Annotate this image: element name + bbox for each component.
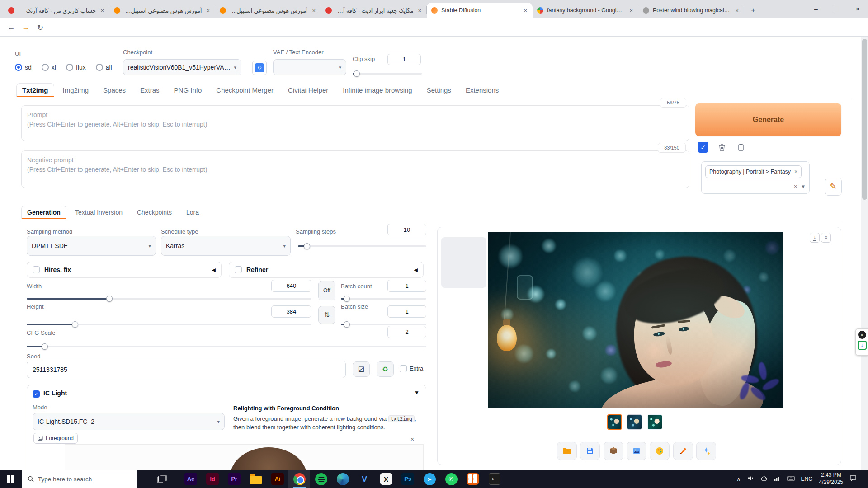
taskbar-app-file-explorer[interactable] [245,470,267,488]
collapse-left-icon[interactable]: ◀ [414,267,418,273]
tab-checkpoints[interactable]: Checkpoints [131,206,178,219]
send-to-sketch-button[interactable] [673,442,693,460]
page-scrollbar[interactable] [861,37,868,470]
browser-tab[interactable]: Poster wind blowing magical d...× [638,3,744,18]
onedrive-icon[interactable] [760,475,768,483]
styles-clear-icon[interactable]: × [794,183,797,190]
tab-close-icon[interactable]: × [205,7,211,14]
taskbar-app-premiere[interactable]: Pr [223,470,245,488]
send-to-inpaint-button[interactable] [650,442,670,460]
negative-prompt-textarea[interactable]: Negative prompt (Press Ctrl+Enter to gen… [21,150,689,188]
gallery-thumbnail-1[interactable] [607,414,622,430]
styles-expand-icon[interactable]: ▾ [802,183,805,190]
foreground-close-icon[interactable]: × [410,436,414,443]
tab-lora[interactable]: Lora [180,206,205,219]
widget-close-icon[interactable]: × [858,331,866,339]
generated-image-preview[interactable] [488,232,783,408]
style-token-remove-icon[interactable]: × [794,169,797,175]
taskbar-app-terminal[interactable]: >_ [484,470,505,488]
send-to-img2img-button[interactable] [627,442,646,460]
cfg-scale-slider[interactable] [27,346,426,347]
restore-progress-button[interactable]: ✓ [696,141,710,154]
radio-xl[interactable]: xl [42,64,56,71]
tab-checkpoint-merger[interactable]: Checkpoint Merger [210,83,279,97]
radio-flux[interactable]: flux [66,64,86,71]
ic-light-checkbox[interactable]: ✓ [33,390,40,398]
window-close-button[interactable]: × [847,0,868,18]
task-view-button[interactable] [151,470,173,488]
window-maximize-button[interactable] [826,0,847,18]
swap-dimensions-button[interactable]: ⇅ [318,306,335,324]
tab-img2img[interactable]: Img2img [57,83,95,97]
taskbar-app-telegram[interactable]: ➤ [419,470,440,488]
tab-close-icon[interactable]: × [311,7,316,14]
gallery-thumbnail-3[interactable] [647,414,662,430]
tab-close-icon[interactable]: × [734,7,740,14]
back-button[interactable]: ← [5,22,17,33]
tab-close-icon[interactable]: × [99,7,105,14]
radio-sd[interactable]: sd [15,64,32,71]
taskbar-app-whatsapp[interactable]: ✆ [440,470,462,488]
tab-textual-inversion[interactable]: Textual Inversion [69,206,128,219]
trash-icon[interactable] [715,141,729,154]
styles-dropdown[interactable]: Photography | Portrait > Fantasy × × ▾ [701,161,810,194]
clip-skip-slider[interactable] [353,73,422,75]
taskbar-app-grid[interactable] [462,470,484,488]
batch-count-slider[interactable] [341,298,426,300]
ic-light-mode-dropdown[interactable]: IC-Light.SD15.FC_2▾ [33,413,225,430]
browser-tab[interactable]: fantasy background - Google S...× [533,3,638,18]
tab-civitai-helper[interactable]: Civitai Helper [282,83,334,97]
open-folder-button[interactable] [557,442,577,460]
sampling-steps-slider[interactable] [298,245,426,247]
gallery-thumbnail-2[interactable] [627,414,642,430]
seed-input[interactable]: 2511331785 [27,361,346,378]
forward-button[interactable]: → [20,22,32,33]
generate-button[interactable]: Generate [695,103,841,136]
clipboard-icon[interactable] [734,141,748,154]
action-center-icon[interactable] [849,475,857,483]
refresh-checkpoint-button[interactable]: ↻ [252,61,267,75]
taskbar-app-edge[interactable] [332,470,354,488]
tab-png-info[interactable]: PNG Info [168,83,208,97]
tab-close-icon[interactable]: × [628,7,634,14]
tab-extras[interactable]: Extras [134,83,165,97]
touch-keyboard-icon[interactable] [787,475,795,483]
hires-fix-accordion[interactable]: Hires. fix ◀ [27,262,222,278]
window-minimize-button[interactable]: – [806,0,826,18]
taskbar-app-v[interactable]: V [354,470,375,488]
hires-fix-checkbox[interactable] [33,266,40,273]
taskbar-app-chrome[interactable] [288,470,310,488]
taskbar-app-photoshop[interactable]: Ps [397,470,419,488]
refiner-checkbox[interactable] [235,266,242,273]
reload-button[interactable]: ↻ [34,22,46,33]
taskbar-search[interactable]: Type here to search [22,470,137,488]
scrollbar-thumb[interactable] [862,39,867,200]
width-value[interactable]: 640 [271,280,311,292]
volume-icon[interactable] [747,475,754,483]
browser-tab[interactable]: آموزش هوش مصنوعی استیبل...× [215,3,321,18]
expand-down-icon[interactable]: ▼ [414,389,420,396]
extra-seed-checkbox[interactable] [400,365,407,372]
tab-spaces[interactable]: Spaces [97,83,132,97]
download-manager-icon[interactable]: ↓ [858,341,867,350]
schedule-type-dropdown[interactable]: Karras▾ [161,236,291,256]
taskbar-clock[interactable]: 2:43 PM 4/29/2025 [819,472,843,486]
new-tab-button[interactable]: + [747,4,760,17]
download-image-button[interactable]: ↓ [810,233,820,243]
refiner-accordion[interactable]: Refiner ◀ [229,262,424,278]
off-button[interactable]: Off [318,281,335,300]
edit-styles-pencil-button[interactable]: ✎ [825,178,842,196]
send-to-extras-button[interactable] [696,442,716,460]
style-token[interactable]: Photography | Portrait > Fantasy × [705,165,802,178]
save-image-button[interactable] [580,442,600,460]
sampling-steps-value[interactable]: 10 [387,224,426,235]
reuse-seed-recycle-button[interactable]: ♻ [377,361,394,377]
taskbar-app-x[interactable]: X [375,470,397,488]
tray-chevron-up-icon[interactable]: ∧ [736,476,741,483]
network-icon[interactable] [774,475,781,483]
save-zip-button[interactable] [604,442,623,460]
tab-close-icon[interactable]: × [523,7,528,14]
radio-all[interactable]: all [96,64,112,71]
tab-settings[interactable]: Settings [421,83,457,97]
tab-extensions[interactable]: Extensions [460,83,505,97]
